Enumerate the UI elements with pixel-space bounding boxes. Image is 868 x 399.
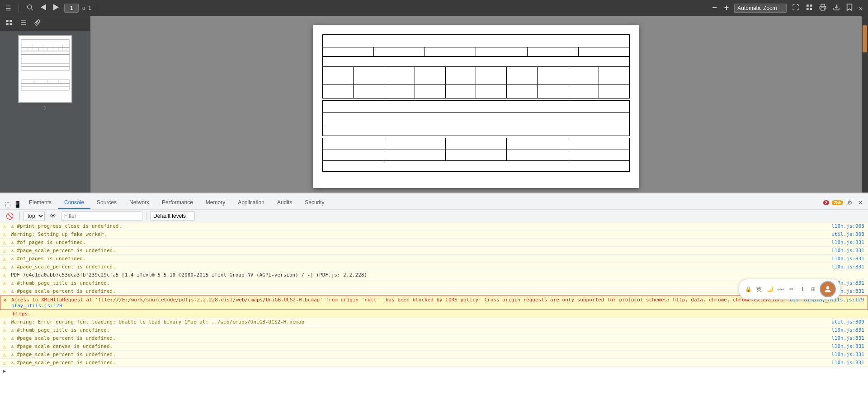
toolbar-separator2 <box>146 212 146 220</box>
log-level-select[interactable]: Default levels Verbose Info Warnings Err… <box>150 211 195 221</box>
tab-security[interactable]: Security <box>298 197 330 209</box>
console-file-ref[interactable]: l10n.js:831 <box>819 360 864 366</box>
more-tools-button[interactable]: » <box>857 3 864 14</box>
print-button[interactable] <box>817 2 828 14</box>
en-ext-label[interactable]: 英 <box>755 285 764 294</box>
user-avatar[interactable] <box>820 281 836 297</box>
console-message: ⚠ #of_pages is undefined. <box>11 256 819 262</box>
console-file-ref[interactable]: l10n.js:831 <box>819 335 864 341</box>
warning-icon: ⚠ <box>3 248 6 254</box>
download-button[interactable] <box>831 2 842 14</box>
pdf-toolbar: ☰ 1 of 1 − + Automatic Zoom 50% 75% 100%… <box>0 0 868 16</box>
clear-console-button[interactable]: 🚫 <box>4 211 16 221</box>
warning-icon: ⚠ <box>3 288 6 295</box>
console-line: ⚠ Warning: Setting up fake worker. util.… <box>0 230 868 239</box>
svg-rect-36 <box>21 63 69 67</box>
console-file-ref[interactable]: l10n.js:831 <box>819 239 864 245</box>
devtools-settings-button[interactable]: ⚙ <box>846 198 854 207</box>
devtools-device-button[interactable]: 📱 <box>12 199 23 209</box>
console-file-ref[interactable]: l10n.js:831 <box>819 256 864 262</box>
tab-network[interactable]: Network <box>123 197 156 209</box>
devtools-inspect-button[interactable]: ⬚ <box>4 199 12 209</box>
devtools-close-button[interactable]: ✕ <box>857 198 864 207</box>
right-toolbar: » <box>790 2 864 14</box>
prev-page-button[interactable] <box>39 2 48 14</box>
svg-marker-3 <box>53 4 59 10</box>
warning-icon: ⚠ <box>3 343 6 350</box>
tab-sources[interactable]: Sources <box>90 197 123 209</box>
console-message: ⚠ #page_scale_percent is undefined. <box>11 248 819 253</box>
context-selector[interactable]: top <box>24 211 45 221</box>
warning-icon: ⚠ <box>3 360 6 366</box>
console-input-line[interactable]: ▶ <box>0 367 868 375</box>
info-ext-icon[interactable]: ℹ <box>798 285 807 294</box>
thumbnail-tab-button[interactable] <box>4 17 14 30</box>
console-file-ref[interactable]: l10n.js:831 <box>819 248 864 253</box>
console-line: ⚠ ⚠ #thumb_page_title is undefined. l10n… <box>0 279 868 287</box>
console-file-ref[interactable]: util.js:309 <box>819 319 864 325</box>
zoom-in-button[interactable]: + <box>722 1 731 14</box>
pdf-table-middle <box>322 100 630 136</box>
cursor-icon: ▶ <box>3 368 6 374</box>
console-message: ⚠ #page_scale_percent is undefined. <box>11 288 819 294</box>
console-cors-error-line: ✕ Access to XMLHttpRequest at 'file:///E… <box>0 296 868 310</box>
pencil-ext-icon[interactable]: ✏ <box>787 285 796 294</box>
sidebar-panel: 1 <box>0 16 90 192</box>
zoom-out-button[interactable]: − <box>710 1 719 14</box>
sidebar-toggle-button[interactable]: ☰ <box>4 3 13 14</box>
console-file-ref[interactable]: l10n.js:903 <box>819 223 864 229</box>
console-filter-input[interactable] <box>61 211 142 221</box>
warning-badge: 255 <box>832 200 843 205</box>
separator-1 <box>19 4 19 13</box>
scroll-thumb[interactable] <box>863 25 867 52</box>
extension-overlay: 🔒 英 🌙 ↩↩ ✏ ℹ ⊞ <box>739 279 841 300</box>
console-line: ⚠ ⚠ #page_scale_percent is undefined. l1… <box>0 334 868 343</box>
arrow-ext-icon[interactable]: ↩↩ <box>776 285 785 294</box>
moon-ext-icon[interactable]: 🌙 <box>765 285 774 294</box>
devtools-console-toolbar: 🚫 top 👁 Default levels Verbose Info Warn… <box>0 210 868 222</box>
console-file-ref[interactable]: l10n.js:831 <box>819 343 864 349</box>
tab-elements[interactable]: Elements <box>23 197 58 209</box>
zoom-select[interactable]: Automatic Zoom 50% 75% 100% 125% 150% <box>734 4 787 13</box>
svg-rect-37 <box>21 67 69 70</box>
svg-rect-18 <box>21 44 69 47</box>
console-line: ⚠ ⚠ #of_pages is undefined. l10n.js:831 <box>0 255 868 263</box>
fullscreen-button[interactable] <box>790 2 801 14</box>
eye-button[interactable]: 👁 <box>47 211 58 221</box>
page-number-input[interactable]: 1 <box>64 4 79 13</box>
console-file-ref[interactable]: l10n.js:831 <box>819 327 864 333</box>
tab-console[interactable]: Console <box>58 197 90 209</box>
thumbnail-item[interactable]: 1 <box>18 35 72 188</box>
console-message: PDF 7e4e1da0abb7c53dca3fbf239c29cfa5 [1.… <box>11 272 819 278</box>
devtools-panel: ⬚ 📱 Elements Console Sources Network Per… <box>0 192 868 399</box>
thumbnail-page-number: 1 <box>43 105 46 110</box>
svg-marker-2 <box>41 4 46 10</box>
svg-rect-38 <box>21 80 69 84</box>
tab-audits[interactable]: Audits <box>271 197 298 209</box>
console-file-ref[interactable]: l10n.js:831 <box>819 264 864 270</box>
console-message: ⚠ #of_pages is undefined. <box>11 239 819 245</box>
svg-rect-43 <box>21 87 69 90</box>
svg-rect-17 <box>21 40 69 44</box>
warning-icon: ⚠ <box>3 280 6 286</box>
tab-memory[interactable]: Memory <box>199 197 231 209</box>
console-message: ⚠ #page_scale_percent is undefined. <box>11 264 819 270</box>
bookmark-button[interactable] <box>844 2 854 14</box>
console-line: ⚠ ⚠ #of_pages is undefined. l10n.js:831 <box>0 239 868 247</box>
search-button[interactable] <box>24 2 35 14</box>
console-file-ref[interactable]: util.js:308 <box>819 231 864 237</box>
tab-application[interactable]: Application <box>231 197 271 209</box>
next-page-button[interactable] <box>52 2 61 14</box>
grid-ext-icon[interactable]: ⊞ <box>809 285 818 294</box>
attachment-tab-button[interactable] <box>33 17 42 30</box>
tab-performance[interactable]: Performance <box>156 197 199 209</box>
svg-rect-42 <box>21 83 69 87</box>
outline-tab-button[interactable] <box>18 17 29 30</box>
tools-button[interactable] <box>804 2 815 14</box>
console-line: ⚠ ⚠ #page_scale_percent is undefined. l1… <box>0 287 868 296</box>
svg-rect-33 <box>21 51 69 55</box>
cors-error-message: Access to XMLHttpRequest at 'file:///E:/… <box>11 297 801 309</box>
lock-ext-icon[interactable]: 🔒 <box>744 285 753 294</box>
console-file-ref[interactable]: l10n.js:831 <box>819 352 864 357</box>
warning-icon: ⚠ <box>3 256 6 262</box>
